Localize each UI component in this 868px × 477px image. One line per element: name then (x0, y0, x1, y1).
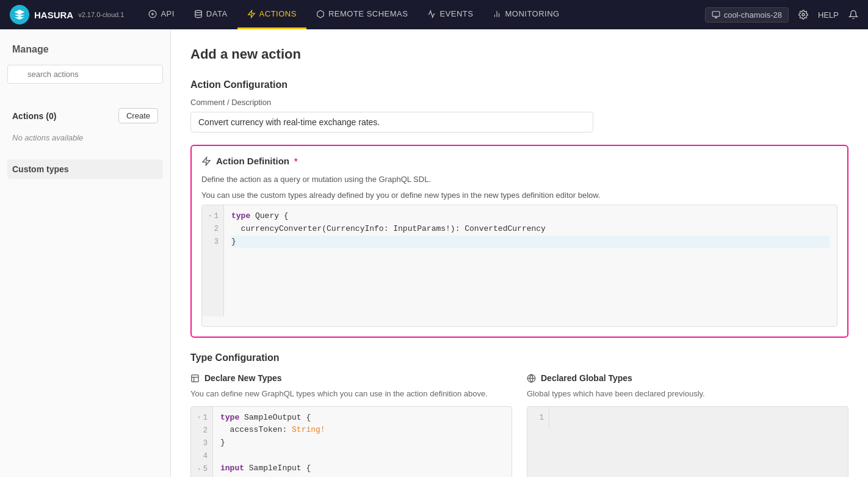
sidebar: Manage Actions (0) Create No actions ava… (0, 29, 171, 477)
search-input[interactable] (7, 65, 163, 84)
declare-line-numbers: ▾1 2 3 4 ▾5 6 7 8 9 (191, 407, 213, 478)
notifications-button[interactable] (848, 10, 858, 20)
svg-rect-8 (712, 12, 720, 16)
nav-actions[interactable]: ACTIONS (237, 0, 306, 29)
nav-events[interactable]: EVENTS (418, 0, 483, 29)
global-line-numbers: 1 (527, 407, 549, 429)
svg-point-11 (802, 13, 805, 16)
declared-global-title: Declared Global Types (541, 373, 632, 383)
top-navigation: HASURA v2.17.0-cloud.1 API DATA ACTIONS … (0, 0, 868, 29)
actions-header: Actions (0) Create (7, 103, 163, 128)
app-name: HASURA (34, 10, 73, 20)
declared-global-editor: 1 (527, 406, 848, 478)
comment-input[interactable] (190, 112, 593, 133)
declare-new-types-panel: Declare New Types You can define new Gra… (190, 373, 512, 477)
global-code-content (549, 407, 848, 429)
nav-monitoring[interactable]: MONITORING (483, 0, 569, 29)
sidebar-manage-label: Manage (7, 39, 163, 65)
nav-right: cool-chamois-28 HELP (705, 7, 858, 23)
actions-count-label: Actions (0) (12, 111, 56, 121)
nav-items: API DATA ACTIONS REMOTE SCHEMAS EVENTS M… (139, 0, 704, 29)
svg-rect-15 (192, 374, 198, 381)
comment-label: Comment / Description (190, 98, 848, 107)
declare-new-editor[interactable]: ▾1 2 3 4 ▾5 6 7 8 9 type S (190, 406, 512, 478)
declared-global-header: Declared Global Types (527, 373, 848, 383)
declared-global-desc: Global types which have been declared pr… (527, 388, 848, 400)
svg-marker-4 (248, 10, 255, 18)
main-layout: Manage Actions (0) Create No actions ava… (0, 29, 868, 477)
action-config-title: Action Configuration (190, 79, 848, 90)
sidebar-custom-types[interactable]: Custom types (7, 159, 163, 179)
no-actions-label: No actions available (7, 131, 163, 145)
app-version: v2.17.0-cloud.1 (78, 11, 124, 18)
type-config-title: Type Configuration (190, 352, 848, 363)
type-config-grid: Declare New Types You can define new Gra… (190, 373, 848, 477)
action-definition-box: Action Definition * Define the action as… (190, 145, 848, 338)
line-numbers: ▾1 2 3 (202, 205, 224, 316)
app-logo: HASURA v2.17.0-cloud.1 (10, 5, 124, 24)
code-content: type Query { currencyConverter(CurrencyI… (224, 205, 837, 316)
help-button[interactable]: HELP (818, 10, 839, 20)
create-action-button[interactable]: Create (118, 108, 158, 123)
svg-point-3 (195, 10, 202, 13)
declare-new-desc: You can define new GraphQL types which y… (190, 388, 512, 400)
declare-code-content: type SampleOutput { accessToken: String!… (213, 407, 512, 478)
page-title: Add a new action (190, 46, 848, 62)
settings-button[interactable] (798, 10, 808, 20)
action-config-section: Action Configuration Comment / Descripti… (190, 79, 848, 145)
required-indicator: * (294, 156, 297, 166)
declared-global-types-panel: Declared Global Types Global types which… (527, 373, 848, 477)
declare-new-title: Declare New Types (204, 373, 282, 383)
main-content: Add a new action Action Configuration Co… (171, 29, 868, 477)
instance-name: cool-chamois-28 (724, 10, 782, 20)
action-def-desc2: You can use the custom types already def… (201, 189, 837, 202)
action-def-header: Action Definition * (201, 156, 837, 166)
action-def-icon (201, 156, 211, 166)
action-def-title: Action Definition (216, 156, 289, 166)
instance-selector[interactable]: cool-chamois-28 (705, 7, 789, 23)
action-definition-editor[interactable]: ▾1 2 3 type Query { currencyConverter(Cu… (201, 205, 837, 327)
declare-new-header: Declare New Types (190, 373, 512, 383)
action-def-desc1: Define the action as a query or mutation… (201, 173, 837, 186)
global-icon (527, 374, 536, 383)
declare-icon (190, 374, 200, 383)
nav-remote-schemas[interactable]: REMOTE SCHEMAS (306, 0, 418, 29)
logo-icon (10, 5, 29, 24)
type-config-section: Type Configuration Declare New Types You… (190, 352, 848, 477)
nav-api[interactable]: API (139, 0, 184, 29)
nav-data[interactable]: DATA (184, 0, 237, 29)
svg-marker-14 (203, 157, 210, 165)
sidebar-search-container (7, 65, 163, 93)
